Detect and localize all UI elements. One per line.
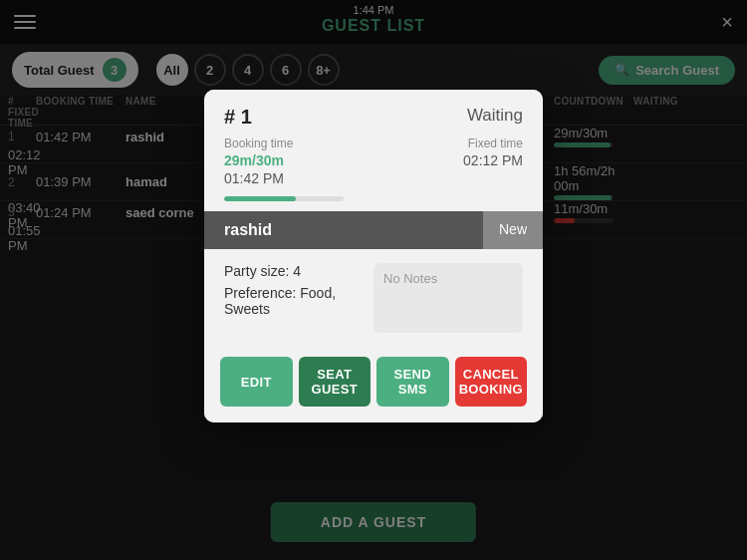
- booking-time-countdown: 29m/30m: [224, 152, 293, 168]
- modal-new-badge: New: [483, 211, 543, 249]
- fixed-time-label: Fixed time: [468, 137, 523, 150]
- notes-text: No Notes: [383, 271, 437, 286]
- modal-name: rashid: [204, 211, 483, 249]
- fixed-time-value: 02:12 PM: [463, 152, 523, 168]
- modal-notes-box: No Notes: [374, 263, 523, 333]
- modal: # 1 Waiting Booking time 29m/30m 01:42 P…: [204, 90, 543, 422]
- modal-header: # 1 Waiting: [204, 90, 543, 137]
- pref-label: Preference:: [224, 285, 296, 301]
- modal-pref: Preference: Food, Sweets: [224, 285, 362, 317]
- modal-progress: [224, 196, 523, 201]
- modal-name-row: rashid New: [204, 211, 543, 249]
- modal-num: # 1: [224, 106, 252, 129]
- booking-time-value: 01:42 PM: [224, 170, 293, 186]
- modal-overlay: # 1 Waiting Booking time 29m/30m 01:42 P…: [0, 0, 747, 560]
- modal-fixed-block: Fixed time 02:12 PM: [463, 137, 523, 186]
- edit-button[interactable]: EDIT: [220, 357, 293, 407]
- cancel-booking-button[interactable]: CANCEL BOOKING: [455, 357, 528, 407]
- modal-times: Booking time 29m/30m 01:42 PM Fixed time…: [204, 137, 543, 196]
- modal-booking-block: Booking time 29m/30m 01:42 PM: [224, 137, 293, 186]
- modal-actions: EDIT SEAT GUEST SEND SMS CANCEL BOOKING: [204, 347, 543, 422]
- party-value: 4: [293, 263, 301, 279]
- booking-time-label: Booking time: [224, 137, 293, 150]
- seat-guest-button[interactable]: SEAT GUEST: [299, 357, 372, 407]
- send-sms-button[interactable]: SEND SMS: [376, 357, 449, 407]
- party-label: Party size:: [224, 263, 289, 279]
- modal-party: Party size: 4: [224, 263, 362, 279]
- modal-body: Party size: 4 Preference: Food, Sweets N…: [204, 249, 543, 347]
- modal-status: Waiting: [467, 106, 523, 126]
- modal-info: Party size: 4 Preference: Food, Sweets: [224, 263, 362, 333]
